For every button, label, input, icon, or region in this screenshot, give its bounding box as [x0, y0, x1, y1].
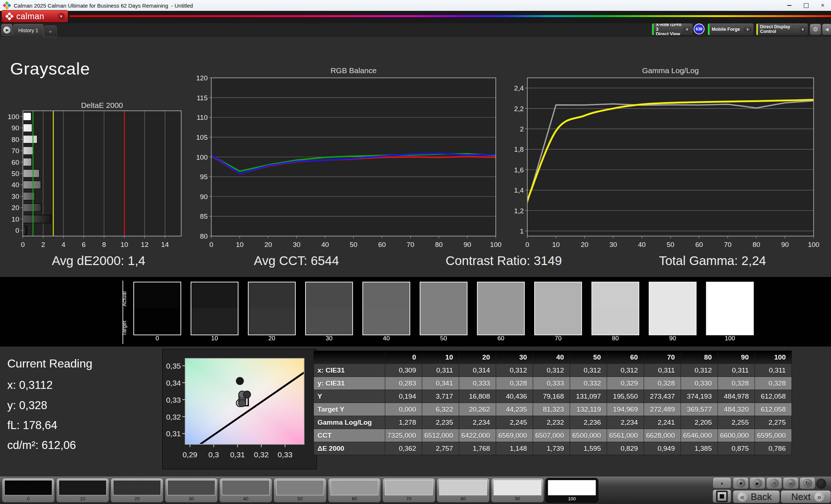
add-tab-button[interactable]: +	[44, 25, 57, 37]
measure-range-icon: [•]	[770, 479, 779, 488]
rainbow-divider	[70, 15, 831, 17]
axis-tick-label: 0,33	[166, 396, 181, 404]
table-row-label: Y	[314, 390, 385, 403]
settings-button[interactable]: ⚙	[810, 24, 821, 35]
grayscale-swatch-0	[133, 282, 181, 335]
pattern-level-button-40[interactable]: 40	[219, 478, 272, 503]
pattern-window-button[interactable]	[712, 490, 731, 503]
table-cell: 44,235	[496, 403, 533, 416]
axis-tick-label: 50	[350, 241, 357, 248]
next-button[interactable]: Next »	[781, 490, 831, 503]
table-cell: 0,829	[607, 442, 644, 455]
table-cell: 6595,000	[755, 429, 791, 442]
pattern-level-button-0[interactable]: 0	[2, 478, 55, 503]
table-cell: 6500,000	[570, 429, 607, 442]
table-cell: 2,757	[422, 442, 459, 455]
continuous-measure-button[interactable]: ∞	[783, 477, 799, 489]
de-bar-50	[23, 169, 40, 177]
axis-tick-label: 90	[12, 124, 19, 132]
table-cell: 194,969	[607, 403, 644, 416]
axis-tick-label: 120	[196, 74, 208, 82]
gear-icon: ⚙	[813, 26, 818, 33]
pattern-level-button-100[interactable]: 100	[545, 478, 598, 503]
swatch-target-half	[134, 308, 180, 335]
deltae-2000-chart: DeltaE 200002468101214100908070605040302…	[3, 102, 193, 249]
table-cell: 131,097	[570, 390, 607, 403]
swatch-label: 10	[191, 335, 238, 342]
axis-tick-label: 12	[141, 241, 149, 248]
table-cell: 0,328	[644, 377, 681, 390]
table-cell: 1,739	[533, 442, 570, 455]
cie-xy-chart: 0,310,320,330,340,350,290,30,310,320,33	[163, 349, 316, 469]
single-measure-button[interactable]: [•]	[766, 477, 782, 489]
axis-tick-label: 2,2	[514, 105, 524, 113]
table-cell: 2,234	[459, 416, 496, 429]
pattern-level-button-50[interactable]: 50	[274, 478, 327, 503]
pattern-level-button-70[interactable]: 70	[382, 478, 435, 503]
meter-count-badge[interactable]: 638	[694, 24, 705, 34]
grayscale-swatch-50	[420, 282, 468, 335]
table-cell: 484,320	[718, 403, 755, 416]
pattern-swatch	[439, 480, 487, 495]
swatch-actual-half	[306, 282, 352, 308]
pattern-level-button-10[interactable]: 10	[56, 478, 109, 503]
tab-history-1[interactable]: History 1	[13, 24, 43, 37]
maximize-button[interactable]	[798, 0, 814, 11]
pattern-swatch	[167, 480, 215, 495]
meter-dropdown-display-control[interactable]: Direct Display Control ▾	[756, 23, 808, 35]
axis-tick-label: 90	[200, 193, 208, 201]
table-row-label: Gamma Log/Log	[314, 416, 385, 429]
table-cell: 6561,000	[607, 429, 644, 442]
axis-tick-label: 60	[378, 241, 386, 248]
table-cell: 2,234	[607, 416, 644, 429]
table-cell: 0,309	[385, 364, 422, 377]
pattern-swatch	[59, 480, 107, 495]
pattern-level-button-80[interactable]: 80	[437, 478, 490, 503]
swatch-actual-half	[191, 282, 238, 308]
refresh-button[interactable]: ↻	[799, 477, 815, 489]
minimize-button[interactable]	[781, 0, 798, 11]
axis-tick-label: 0	[525, 241, 529, 248]
pattern-level-button-90[interactable]: 90	[491, 478, 544, 503]
axis-tick-label: 0	[209, 241, 213, 248]
swatch-target-half	[707, 308, 753, 335]
axis-tick-label: 40	[638, 241, 645, 248]
pattern-level-button-20[interactable]: 20	[111, 478, 163, 503]
stop-button[interactable]: ■	[733, 477, 749, 489]
page-title: Grayscale	[10, 59, 90, 79]
swatch-target-half	[592, 308, 639, 335]
axis-tick-label: 70	[724, 241, 731, 248]
swatch-actual-half	[478, 282, 524, 308]
chevron-down-icon: ▾	[799, 26, 806, 32]
axis-tick-label: 70	[407, 241, 414, 248]
cie-chart-panel: 0,310,320,330,340,350,290,30,310,320,33	[162, 349, 317, 470]
axis-tick-label: 90	[781, 241, 789, 248]
pattern-level-label: 90	[491, 496, 544, 501]
gamma-loglog-chart: Gamma Log/Log11,21,41,61,822,22,40102030…	[519, 67, 820, 251]
calman-menu-button[interactable]: calman ▾	[1, 10, 68, 22]
de-bar-40	[23, 181, 41, 189]
cie-point-10	[236, 377, 244, 385]
collapse-panel-button[interactable]: ◀	[822, 24, 831, 35]
close-icon: ×	[821, 2, 824, 9]
table-cell: 369,577	[681, 403, 718, 416]
table-header-cell: 70	[644, 351, 681, 364]
table-cell: 0,311	[422, 364, 459, 377]
history-menu-button[interactable]: ▶	[1, 24, 12, 36]
meter-label: Mobile Forge	[710, 27, 740, 32]
pattern-level-button-60[interactable]: 60	[328, 478, 381, 503]
table-cell: 484,978	[718, 390, 755, 403]
swatch-actual-half	[535, 282, 581, 308]
meter-dropdown-i1pro3[interactable]: X-Rite i1Pro 3Direct View ▾	[652, 23, 693, 35]
swatch-actual-half	[363, 282, 410, 308]
back-button[interactable]: « Back	[733, 490, 780, 503]
pattern-level-button-30[interactable]: 30	[165, 478, 218, 503]
pattern-swatch	[548, 480, 596, 495]
axis-tick-label: 105	[196, 134, 208, 141]
grayscale-data-table: 0102030405060708090100x: CIE310,3090,311…	[313, 350, 792, 455]
meter-dropdown-mobile-forge[interactable]: Mobile Forge ▾	[707, 23, 754, 35]
close-button[interactable]: ×	[814, 0, 831, 11]
play-button[interactable]: ▶	[749, 477, 765, 489]
pattern-up-button[interactable]: ▲	[712, 477, 731, 488]
table-cell: 3,717	[422, 390, 459, 403]
